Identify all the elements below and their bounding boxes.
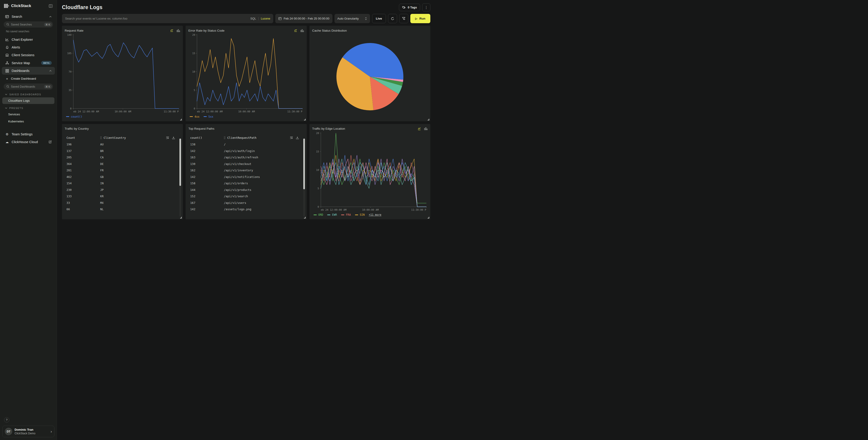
run-button[interactable]: ▷ Run — [410, 14, 430, 23]
sidebar-item-clickhouse-cloud[interactable]: ☁ ClickHouse Cloud — [2, 138, 55, 146]
column-header-group[interactable]: ClientCountry — [100, 136, 126, 139]
table-row[interactable]: 364DE — [66, 161, 175, 167]
chevron-down-icon — [5, 94, 7, 95]
legend-item[interactable]: FRA — [341, 213, 351, 216]
table-scrollbar[interactable] — [179, 139, 181, 217]
table-row[interactable]: 130/api/v1/checkout — [190, 161, 299, 167]
wrap-text-icon[interactable] — [166, 136, 169, 139]
sidebar-item-alerts[interactable]: Alerts — [2, 43, 55, 51]
live-button[interactable]: Live — [372, 14, 386, 23]
legend-more-link[interactable]: +11 more — [369, 213, 381, 216]
scrollbar-thumb[interactable] — [179, 139, 181, 186]
tags-button[interactable]: 0 Tags — [399, 4, 420, 11]
bar-chart-toggle-icon[interactable] — [177, 29, 180, 32]
saved-dashboards-input[interactable] — [11, 85, 42, 88]
column-header-count[interactable]: Count — [66, 136, 100, 139]
collapse-sidebar-button[interactable] — [49, 4, 53, 8]
table-row[interactable]: 137BR — [66, 148, 175, 154]
legend-item[interactable]: SIN — [355, 213, 365, 216]
line-chart-svg: 03570105140eb 24 12:00:00 AM10:00:00 AM1… — [65, 33, 180, 114]
saved-searches-input[interactable] — [11, 23, 42, 26]
sidebar-item-cloudflare-logs[interactable]: Cloudflare Logs — [2, 97, 55, 104]
legend-item[interactable]: count() — [66, 115, 83, 118]
table-row[interactable]: 462GB — [66, 174, 175, 180]
table-row[interactable]: 144/api/v1/products — [190, 187, 299, 193]
error-rate-chart[interactable]: 05101520eb 24 12:00:00 AM10:00:00 AM11:3… — [188, 33, 304, 114]
resize-handle[interactable] — [304, 119, 306, 120]
table-scrollbar[interactable] — [303, 139, 305, 217]
table-row[interactable]: 230JP — [66, 187, 175, 193]
chevron-up-icon[interactable] — [49, 16, 52, 18]
sidebar-item-dashboards[interactable]: Dashboards — [2, 67, 55, 75]
table-row[interactable]: 162/api/v1/inventory — [190, 167, 299, 174]
table-row[interactable]: 196AU — [66, 141, 175, 148]
table-row[interactable]: 152/api/v1/search — [190, 193, 299, 200]
table-row[interactable]: 142/api/v1/auth/login — [190, 148, 299, 154]
table-row[interactable]: 142/assets/logo.png — [190, 206, 299, 213]
resize-handle[interactable] — [428, 217, 429, 218]
chevron-up-icon[interactable] — [49, 70, 52, 72]
search-results-table-icon — [5, 15, 9, 18]
wrap-text-icon[interactable] — [290, 136, 293, 139]
resize-handle[interactable] — [180, 119, 182, 120]
bar-chart-toggle-icon[interactable] — [424, 127, 428, 130]
table-row[interactable]: 142/api/v1/notifications — [190, 174, 299, 180]
create-dashboard-button[interactable]: + Create Dashboard — [2, 75, 55, 82]
resize-handle[interactable] — [180, 217, 182, 218]
table-row[interactable]: 167/api/v1/users — [190, 200, 299, 206]
legend-item[interactable]: ORD — [314, 213, 323, 216]
more-options-button[interactable]: ⋮ — [422, 3, 430, 11]
resize-handle[interactable] — [304, 217, 306, 218]
presets-section-header[interactable]: PRESETS — [2, 104, 55, 111]
edge-location-chart[interactable]: 05101520eb 24 12:00:00 AM10:00:00 AM11:3… — [312, 131, 428, 212]
column-header-group[interactable]: ClientRequestPath — [224, 136, 256, 139]
table-row[interactable]: 205CA — [66, 154, 175, 161]
resize-handle[interactable] — [428, 119, 429, 120]
sidebar-item-services[interactable]: Services — [2, 111, 55, 117]
cell-value: /api/v1/auth/refresh — [224, 156, 258, 159]
download-icon[interactable] — [296, 136, 299, 139]
traffic-by-country-table[interactable]: CountClientCountry196AU137BR205CA364DE28… — [65, 134, 180, 218]
legend-item[interactable]: EWR — [327, 213, 337, 216]
line-chart-toggle-icon[interactable] — [294, 29, 298, 32]
cache-status-pie-chart[interactable] — [312, 33, 428, 120]
line-chart-toggle-icon[interactable] — [170, 29, 174, 32]
sql-mode-toggle[interactable]: SQL — [250, 17, 258, 20]
legend-item[interactable]: 5xx — [204, 115, 213, 118]
drag-handle-icon[interactable] — [100, 136, 102, 139]
table-row[interactable]: 133KR — [66, 193, 175, 200]
top-request-paths-table[interactable]: count()ClientRequestPath138/142/api/v1/a… — [188, 134, 304, 218]
table-row[interactable]: 138/ — [190, 141, 299, 148]
bar-chart-toggle-icon[interactable] — [300, 29, 304, 32]
lucene-mode-toggle[interactable]: Lucene — [258, 17, 270, 20]
table-row[interactable]: 281FR — [66, 167, 175, 174]
table-row[interactable]: 66NL — [66, 206, 175, 213]
svg-text:20: 20 — [192, 33, 195, 36]
request-rate-chart[interactable]: 03570105140eb 24 12:00:00 AM10:00:00 AM1… — [65, 33, 180, 114]
svg-text:11:30:00 P: 11:30:00 P — [164, 110, 179, 113]
table-row[interactable]: 158/api/v1/orders — [190, 180, 299, 187]
sidebar-item-chart-explorer[interactable]: Chart Explorer — [2, 36, 55, 43]
event-search-input[interactable] — [62, 17, 273, 20]
sidebar-item-service-map[interactable]: Service Map BETA — [2, 59, 55, 67]
column-header-count[interactable]: count() — [190, 136, 224, 139]
line-chart-toggle-icon[interactable] — [417, 127, 422, 131]
scrollbar-thumb[interactable] — [303, 139, 305, 189]
refresh-button[interactable] — [388, 14, 397, 23]
cell-value: /api/v1/inventory — [224, 169, 253, 172]
drag-handle-icon[interactable] — [224, 136, 225, 139]
table-row[interactable]: 163/api/v1/auth/refresh — [190, 154, 299, 161]
table-row[interactable]: 33MX — [66, 200, 175, 206]
date-range-button[interactable]: Feb 24 00:00:00 - Feb 25 00:00:00 — [275, 14, 333, 23]
sidebar-item-client-sessions[interactable]: Client Sessions — [2, 51, 55, 59]
sidebar-item-search[interactable]: Search — [2, 13, 55, 21]
cell-count: 130 — [190, 162, 224, 166]
sidebar-item-team-settings[interactable]: ⚙ Team Settings — [2, 130, 55, 138]
sidebar-item-kubernetes[interactable]: Kubernetes — [2, 118, 55, 125]
download-icon[interactable] — [172, 136, 175, 139]
filter-button[interactable] — [399, 14, 408, 23]
saved-dashboards-section-header[interactable]: SAVED DASHBOARDS — [2, 91, 55, 97]
table-row[interactable]: 154IN — [66, 180, 175, 187]
granularity-select[interactable]: Auto Granularity — [335, 14, 370, 23]
legend-item[interactable]: 4xx — [190, 115, 199, 118]
